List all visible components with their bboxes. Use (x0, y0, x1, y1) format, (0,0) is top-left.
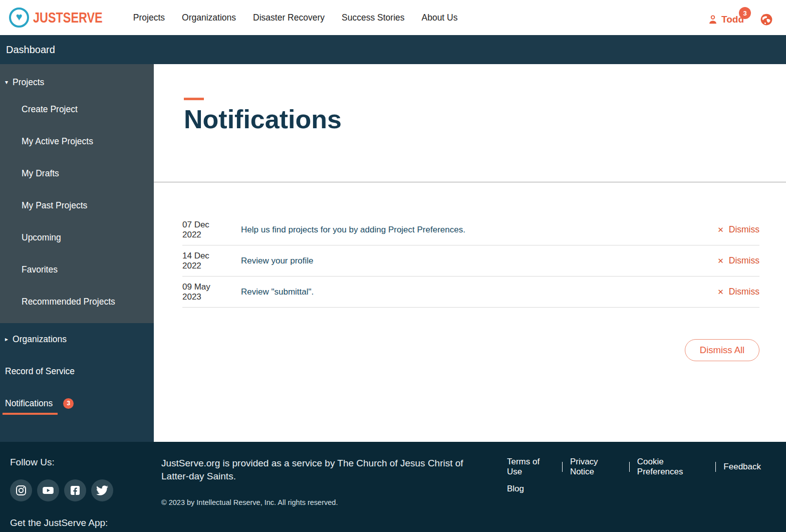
link-separator (629, 462, 630, 472)
notification-date: 09 May 2023 (182, 282, 230, 302)
active-item-underline (3, 413, 58, 415)
service-statement: JustServe.org is provided as a service b… (161, 457, 484, 483)
sidebar-item-projects[interactable]: ▾ Projects (0, 71, 154, 93)
globe-icon (760, 13, 773, 26)
top-header: ♥ JUSTSERVE Projects Organizations Disas… (0, 0, 786, 35)
dismiss-link[interactable]: ✕ Dismiss (717, 287, 759, 297)
heading-accent-bar (184, 98, 204, 100)
sidebar-record-of-service-label: Record of Service (5, 366, 75, 377)
notification-date: 14 Dec 2022 (182, 251, 230, 271)
user-menu[interactable]: Todd 3 (707, 14, 744, 25)
dashboard-sidebar: ▾ Projects Create Project My Active Proj… (0, 64, 154, 442)
notification-message-link[interactable]: Review "submittal". (241, 287, 314, 297)
sidebar-item-my-past-projects[interactable]: My Past Projects (0, 189, 154, 221)
notification-row: 07 Dec 2022 Help us find projects for yo… (182, 214, 759, 245)
follow-us-label: Follow Us: (10, 457, 161, 468)
dismiss-label: Dismiss (729, 224, 759, 235)
sidebar-item-organizations[interactable]: ▸ Organizations (0, 323, 154, 355)
content-area: ▾ Projects Create Project My Active Proj… (0, 64, 786, 442)
get-app-label: Get the JustServe App: (10, 517, 161, 528)
justserve-wordmark: JUSTSERVE (33, 9, 103, 26)
nav-projects[interactable]: Projects (133, 13, 165, 23)
notification-row: 09 May 2023 Review "submittal". ✕ Dismis… (182, 277, 759, 308)
page-title: Notifications (184, 104, 786, 134)
twitter-link[interactable] (91, 479, 113, 501)
instagram-icon (15, 484, 27, 496)
footer-links-column: Terms of Use Privacy Notice Cookie Prefe… (507, 457, 761, 532)
heading-divider (154, 182, 786, 182)
facebook-icon (69, 484, 81, 496)
dismiss-x-icon: ✕ (717, 288, 724, 297)
sidebar-item-create-project[interactable]: Create Project (0, 93, 154, 125)
heart-icon: ♥ (16, 12, 22, 23)
caret-down-icon: ▾ (5, 79, 8, 86)
social-icons (10, 479, 161, 501)
dismiss-link[interactable]: ✕ Dismiss (717, 224, 759, 235)
dismiss-x-icon: ✕ (717, 225, 724, 234)
main-nav: Projects Organizations Disaster Recovery… (133, 13, 458, 23)
dashboard-title: Dashboard (6, 44, 55, 56)
footer-legal-column: JustServe.org is provided as a service b… (161, 457, 492, 532)
sidebar-item-favorites[interactable]: Favorites (0, 253, 154, 286)
notification-count-badge: 3 (739, 7, 751, 19)
instagram-link[interactable] (10, 479, 32, 501)
dismiss-all-button[interactable]: Dismiss All (685, 339, 759, 361)
youtube-icon (42, 484, 55, 497)
sidebar-item-upcoming[interactable]: Upcoming (0, 221, 154, 253)
sidebar-item-my-active-projects[interactable]: My Active Projects (0, 125, 154, 157)
nav-organizations[interactable]: Organizations (182, 13, 236, 23)
caret-right-icon: ▸ (5, 336, 8, 343)
notification-message-link[interactable]: Help us find projects for you by adding … (241, 225, 465, 235)
sidebar-organizations-label: Organizations (13, 334, 67, 345)
twitter-icon (96, 484, 108, 496)
terms-of-use-link[interactable]: Terms of Use (507, 457, 555, 477)
sidebar-projects-group: ▾ Projects Create Project My Active Proj… (0, 64, 154, 323)
footer-links-row: Terms of Use Privacy Notice Cookie Prefe… (507, 457, 761, 477)
link-separator (562, 462, 563, 472)
justserve-dashboard-page: ♥ JUSTSERVE Projects Organizations Disas… (0, 0, 786, 532)
notification-row: 14 Dec 2022 Review your profile ✕ Dismis… (182, 245, 759, 277)
youtube-link[interactable] (37, 479, 59, 501)
cookie-preferences-link[interactable]: Cookie Preferences (637, 457, 708, 477)
feedback-link[interactable]: Feedback (723, 462, 761, 472)
notification-date: 07 Dec 2022 (182, 220, 230, 240)
sidebar-item-my-drafts[interactable]: My Drafts (0, 157, 154, 189)
dismiss-label: Dismiss (729, 255, 759, 266)
notifications-panel: Notifications 07 Dec 2022 Help us find p… (154, 64, 786, 442)
sidebar-item-record-of-service[interactable]: Record of Service (0, 355, 154, 387)
sidebar-item-notifications[interactable]: Notifications 3 (0, 387, 154, 419)
sidebar-notifications-label: Notifications (5, 398, 53, 409)
link-separator (715, 462, 716, 472)
nav-disaster-recovery[interactable]: Disaster Recovery (253, 13, 325, 23)
nav-success-stories[interactable]: Success Stories (342, 13, 404, 23)
justserve-heart-logo-icon: ♥ (9, 8, 29, 28)
copyright-text: © 2023 by Intellectual Reserve, Inc. All… (161, 498, 492, 506)
dismiss-label: Dismiss (729, 287, 759, 297)
dismiss-all-container: Dismiss All (154, 339, 759, 361)
sidebar-item-recommended-projects[interactable]: Recommended Projects (0, 286, 154, 318)
blog-link[interactable]: Blog (507, 484, 524, 494)
dismiss-x-icon: ✕ (717, 256, 724, 265)
footer-links-row-2: Blog (507, 484, 761, 494)
dismiss-link[interactable]: ✕ Dismiss (717, 255, 759, 266)
user-area: Todd 3 (707, 9, 773, 26)
person-icon (707, 14, 718, 25)
privacy-notice-link[interactable]: Privacy Notice (570, 457, 622, 477)
justserve-logo[interactable]: ♥ JUSTSERVE (9, 8, 122, 28)
site-footer: Follow Us: (0, 442, 786, 532)
nav-about-us[interactable]: About Us (422, 13, 458, 23)
facebook-link[interactable] (64, 479, 86, 501)
notification-list: 07 Dec 2022 Help us find projects for yo… (182, 214, 759, 308)
notification-message-link[interactable]: Review your profile (241, 256, 314, 266)
sidebar-projects-label: Projects (13, 77, 44, 88)
language-selector[interactable] (760, 13, 773, 26)
sidebar-notifications-badge: 3 (63, 398, 74, 409)
dashboard-bar: Dashboard (0, 35, 786, 64)
footer-social-column: Follow Us: (10, 457, 161, 532)
